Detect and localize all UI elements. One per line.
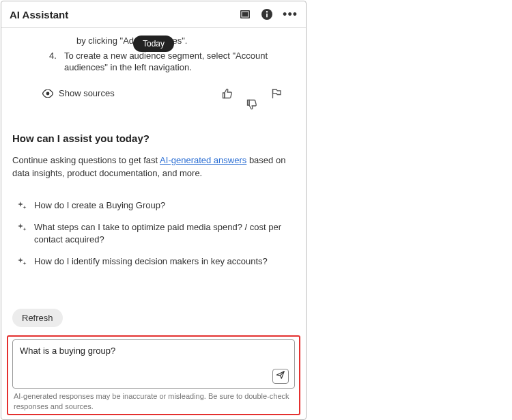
suggestion-item[interactable]: How do I create a Buying Group? [12, 199, 295, 212]
expand-icon[interactable] [239, 8, 251, 20]
flag-icon[interactable] [270, 87, 283, 100]
svg-point-6 [46, 92, 50, 95]
chat-input-box[interactable]: What is a buying group? [12, 339, 295, 389]
disclaimer-text: AI-generated responses may be inaccurate… [12, 389, 295, 411]
assist-intro: Continue asking questions to get fast AI… [12, 154, 295, 180]
message-line: 4. To create a new audience segment, sel… [49, 48, 295, 75]
suggestion-text: How do I create a Buying Group? [34, 199, 165, 212]
message-actions-row: Show sources [12, 75, 295, 102]
feedback-icons [221, 87, 295, 100]
date-pill: Today [133, 36, 174, 52]
thumbs-down-icon[interactable] [246, 87, 258, 100]
info-icon[interactable] [261, 8, 273, 20]
sparkle-icon [16, 200, 27, 211]
more-icon[interactable]: ••• [283, 8, 298, 20]
send-icon [276, 370, 285, 382]
suggestion-item[interactable]: How do I identify missing decision maker… [12, 255, 295, 268]
intro-prefix: Continue asking questions to get fast [12, 155, 160, 165]
thumbs-up-icon[interactable] [221, 87, 233, 100]
list-number: 4. [49, 50, 60, 74]
refresh-row: Refresh [1, 300, 306, 333]
eye-icon [42, 89, 53, 98]
sparkle-icon [16, 256, 27, 267]
svg-rect-2 [242, 12, 248, 17]
show-sources-label: Show sources [59, 88, 115, 98]
sparkle-icon [16, 222, 27, 233]
suggestion-text: What steps can I take to optimize paid m… [34, 221, 295, 246]
send-button[interactable] [272, 369, 289, 384]
suggestion-item[interactable]: What steps can I take to optimize paid m… [12, 221, 295, 246]
refresh-button[interactable]: Refresh [12, 309, 63, 327]
panel-header: AI Assistant ••• [1, 1, 306, 28]
assist-heading: How can I assist you today? [12, 132, 295, 144]
svg-rect-4 [266, 14, 268, 18]
show-sources-button[interactable]: Show sources [42, 88, 221, 98]
ai-answers-link[interactable]: AI-generated answers [160, 155, 246, 165]
list-number [61, 35, 72, 47]
header-actions: ••• [239, 8, 298, 20]
input-zone-highlight: What is a buying group? AI-generated res… [7, 335, 300, 415]
panel-title: AI Assistant [10, 9, 239, 20]
chat-input[interactable]: What is a buying group? [20, 346, 289, 356]
list-text: To create a new audience segment, select… [64, 50, 295, 74]
content-scroll[interactable]: by clicking "Add audiences". 4. To creat… [1, 28, 306, 300]
suggestions-list: How do I create a Buying Group? What ste… [12, 199, 295, 268]
suggestion-text: How do I identify missing decision maker… [34, 255, 268, 268]
ai-assistant-panel: AI Assistant ••• Today [1, 1, 307, 420]
svg-point-5 [266, 11, 268, 12]
